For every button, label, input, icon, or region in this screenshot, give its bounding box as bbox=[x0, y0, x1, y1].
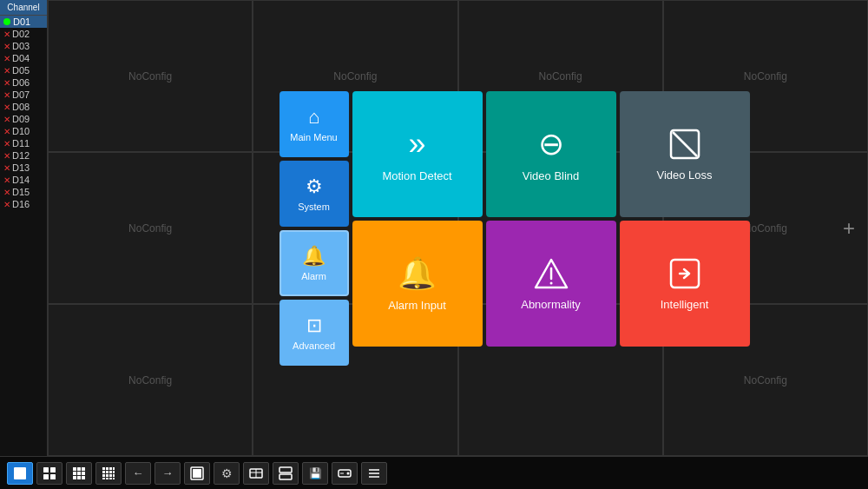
grid-2x2-button[interactable] bbox=[36, 462, 62, 485]
svg-rect-15 bbox=[73, 472, 76, 475]
hdd-icon bbox=[338, 466, 352, 480]
alarm-button[interactable]: 🔔 Alarm bbox=[279, 230, 349, 296]
intelligent-icon bbox=[667, 256, 702, 291]
sidebar-item-d01[interactable]: D01 bbox=[0, 16, 47, 28]
system-button[interactable]: ⚙ System bbox=[279, 161, 349, 227]
svg-rect-13 bbox=[77, 467, 81, 471]
sidebar-item-d14[interactable]: ✕ D14 bbox=[0, 174, 47, 186]
svg-rect-9 bbox=[50, 467, 56, 472]
alarm-input-label: Alarm Input bbox=[388, 299, 445, 312]
svg-rect-11 bbox=[50, 474, 56, 479]
channel-label: D11 bbox=[12, 138, 30, 149]
abnormality-icon bbox=[534, 256, 569, 291]
sidebar-item-d04[interactable]: ✕ D04 bbox=[0, 52, 47, 64]
grid-3x3-button[interactable] bbox=[66, 462, 92, 485]
x-mark: ✕ bbox=[3, 66, 10, 76]
noconfig-label: NoConfig bbox=[333, 70, 377, 83]
video-blind-label: Video Blind bbox=[523, 169, 580, 182]
noconfig-label: NoConfig bbox=[744, 374, 787, 387]
sidebar-item-d13[interactable]: ✕ D13 bbox=[0, 162, 47, 174]
grid-1x1-button[interactable] bbox=[7, 462, 33, 485]
menu-column: ⌂ Main Menu ⚙ System 🔔 Alarm ⊡ Advanced bbox=[279, 91, 349, 366]
sidebar-item-d07[interactable]: ✕ D07 bbox=[0, 89, 47, 101]
noconfig-label: NoConfig bbox=[539, 70, 582, 83]
fullscreen-icon bbox=[190, 466, 204, 480]
svg-rect-18 bbox=[73, 476, 76, 479]
sidebar-item-d02[interactable]: ✕ D02 bbox=[0, 28, 47, 40]
svg-rect-26 bbox=[106, 471, 108, 473]
alarm-input-button[interactable]: 🔔 Alarm Input bbox=[352, 221, 483, 347]
motion-detect-button[interactable]: » Motion Detect bbox=[352, 91, 483, 217]
svg-rect-33 bbox=[102, 478, 105, 479]
menu-button[interactable] bbox=[361, 462, 387, 485]
x-mark: ✕ bbox=[3, 200, 10, 209]
fullscreen-button[interactable] bbox=[184, 462, 210, 485]
svg-rect-29 bbox=[102, 474, 105, 477]
channel-label: D12 bbox=[12, 150, 30, 161]
system-label: System bbox=[298, 202, 330, 212]
alarm-label: Alarm bbox=[301, 271, 326, 281]
x-mark: ✕ bbox=[3, 42, 10, 51]
add-button[interactable]: + bbox=[843, 216, 855, 241]
sidebar-item-d10[interactable]: ✕ D10 bbox=[0, 125, 47, 137]
svg-rect-25 bbox=[102, 471, 105, 473]
main-menu-label: Main Menu bbox=[290, 132, 337, 142]
sidebar-item-d16[interactable]: ✕ D16 bbox=[0, 198, 47, 210]
grid-4x4-button[interactable] bbox=[95, 462, 122, 485]
sidebar-item-d15[interactable]: ✕ D15 bbox=[0, 186, 47, 198]
svg-rect-43 bbox=[279, 474, 292, 479]
grid-4x4-icon bbox=[102, 466, 115, 480]
abnormality-button[interactable]: Abnormality bbox=[486, 221, 616, 347]
x-mark: ✕ bbox=[3, 139, 10, 149]
svg-rect-24 bbox=[113, 467, 115, 470]
alarm-icon: 🔔 bbox=[302, 245, 326, 268]
layout-button[interactable] bbox=[273, 462, 299, 485]
abnormality-label: Abnormality bbox=[521, 298, 581, 311]
hdd-button[interactable] bbox=[332, 462, 358, 485]
advanced-button[interactable]: ⊡ Advanced bbox=[279, 300, 349, 366]
sidebar-item-d09[interactable]: ✕ D09 bbox=[0, 113, 47, 125]
svg-rect-7 bbox=[14, 467, 26, 479]
toolbar: ← → ⚙ 💾 bbox=[0, 456, 868, 489]
svg-rect-19 bbox=[77, 476, 81, 479]
sidebar-item-d11[interactable]: ✕ D11 bbox=[0, 137, 47, 149]
prev-button[interactable]: ← bbox=[125, 462, 151, 485]
svg-rect-32 bbox=[113, 474, 115, 477]
main-menu-button[interactable]: ⌂ Main Menu bbox=[279, 91, 349, 157]
layout-icon bbox=[279, 466, 293, 480]
sidebar-item-d12[interactable]: ✕ D12 bbox=[0, 149, 47, 162]
video-loss-icon bbox=[667, 127, 702, 162]
sidebar-item-d06[interactable]: ✕ D06 bbox=[0, 76, 47, 89]
settings-button[interactable]: ⚙ bbox=[214, 462, 240, 485]
channel-label: D15 bbox=[12, 187, 30, 197]
sidebar-item-d03[interactable]: ✕ D03 bbox=[0, 40, 47, 52]
next-button[interactable]: → bbox=[155, 462, 181, 485]
svg-rect-36 bbox=[113, 478, 115, 479]
noconfig-label: NoConfig bbox=[128, 70, 172, 83]
video-loss-button[interactable]: Video Loss bbox=[620, 91, 750, 217]
menu-icon bbox=[367, 466, 381, 480]
cell-r2c1: NoConfig bbox=[48, 152, 253, 304]
x-mark: ✕ bbox=[3, 102, 10, 112]
sidebar-item-d08[interactable]: ✕ D08 bbox=[0, 101, 47, 113]
svg-rect-31 bbox=[109, 474, 112, 477]
intelligent-button[interactable]: Intelligent bbox=[620, 221, 750, 347]
channel-label: D02 bbox=[12, 29, 30, 39]
video-blind-button[interactable]: ⊖ Video Blind bbox=[486, 91, 616, 217]
svg-rect-22 bbox=[106, 467, 108, 470]
sidebar-item-d05[interactable]: ✕ D05 bbox=[0, 64, 47, 76]
x-mark: ✕ bbox=[3, 151, 10, 161]
svg-line-1 bbox=[673, 132, 697, 156]
noconfig-label: NoConfig bbox=[128, 222, 172, 235]
sidebar-header: Channel bbox=[0, 0, 47, 16]
save-button[interactable]: 💾 bbox=[302, 462, 328, 485]
noconfig-label: NoConfig bbox=[744, 222, 787, 235]
video-loss-label: Video Loss bbox=[656, 169, 712, 182]
svg-rect-8 bbox=[43, 467, 49, 472]
channel-label: D05 bbox=[12, 65, 30, 76]
system-icon: ⚙ bbox=[306, 175, 323, 198]
capture-button[interactable] bbox=[243, 462, 269, 485]
channel-label: D08 bbox=[12, 102, 30, 112]
channel-label: D06 bbox=[12, 77, 30, 88]
svg-rect-35 bbox=[109, 478, 112, 479]
